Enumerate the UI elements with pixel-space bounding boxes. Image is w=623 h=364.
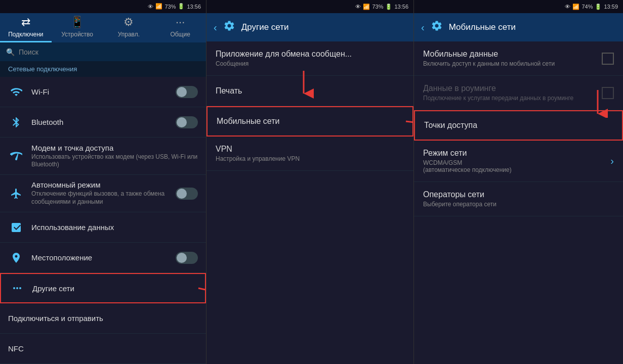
settings-item-location[interactable]: Местоположение	[0, 243, 206, 273]
back-icon-3[interactable]: ‹	[421, 22, 425, 33]
location-text: Местоположение	[31, 253, 169, 262]
battery-level-2: 73%	[372, 4, 383, 10]
settings-item-airplane[interactable]: Автономный режим Отключение функций вызо…	[0, 175, 206, 212]
operators-subtitle: Выберите оператора сети	[423, 201, 614, 208]
bluetooth-toggle[interactable]	[176, 116, 198, 128]
time-3: 13:59	[604, 4, 618, 10]
settings-item-bluetooth[interactable]: Bluetooth	[0, 107, 206, 138]
battery-icon-3: 🔋	[595, 4, 602, 10]
status-icons-3: 👁 📶 74% 🔋 13:59	[565, 4, 618, 10]
signal-icon: 📶	[155, 3, 162, 10]
access-points-title: Точки доступа	[424, 121, 613, 130]
list-item-vpn[interactable]: VPN Настройка и управление VPN	[206, 136, 413, 171]
messaging-subtitle: Сообщения	[216, 60, 404, 67]
other-networks-title: Другие сети	[32, 284, 197, 293]
manage-icon: ⚙	[123, 16, 134, 29]
screen-icon-3: 👁	[565, 4, 570, 10]
list-item-messaging[interactable]: Приложение для обмена сообщен... Сообщен…	[206, 41, 413, 76]
wifi-icon	[8, 84, 24, 100]
operators-title: Операторы сети	[423, 190, 614, 199]
section-header-text: Сетевые подключения	[8, 65, 77, 73]
battery-level-1: 73%	[164, 4, 176, 10]
wifi-text: Wi-Fi	[31, 87, 169, 96]
location-title: Местоположение	[31, 253, 169, 262]
data-usage-title: Использование данных	[31, 223, 198, 232]
tab-general[interactable]: ··· Общие	[154, 13, 206, 42]
tab-manage-label: Управл.	[118, 31, 140, 38]
vpn-text: VPN Настройка и управление VPN	[216, 145, 404, 162]
panel-mobile-networks: 👁 📶 74% 🔋 13:59 ‹ Мобильные сети Мобильн…	[414, 0, 623, 364]
mobile-data-text: Мобильные данные Включить доступ к данны…	[423, 50, 602, 67]
section-header-network: Сетевые подключения	[0, 61, 206, 77]
wifi-toggle[interactable]	[176, 86, 198, 98]
roaming-subtitle: Подключение к услугам передачи данных в …	[423, 95, 602, 102]
settings-item-connect-send[interactable]: Подключиться и отправить	[0, 303, 206, 334]
signal-icon-3: 📶	[572, 4, 579, 10]
print-text: Печать	[216, 86, 404, 96]
airplane-title: Автономный режим	[31, 180, 169, 189]
list-item-operators[interactable]: Операторы сети Выберите оператора сети	[414, 182, 623, 216]
list-item-roaming[interactable]: Данные в роуминге Подключение к услугам …	[414, 76, 623, 110]
settings-item-other-networks[interactable]: Другие сети	[0, 273, 206, 303]
connect-send-title: Подключиться и отправить	[8, 314, 198, 323]
svg-point-1	[16, 287, 18, 289]
screen-icon: 👁	[148, 4, 153, 10]
svg-point-2	[19, 287, 21, 289]
general-icon: ···	[176, 16, 185, 29]
vpn-title: VPN	[216, 145, 404, 154]
tab-device[interactable]: 📱 Устройство	[52, 13, 103, 42]
wifi-toggle-knob	[177, 87, 187, 97]
other-networks-icon	[9, 280, 25, 296]
tab-connections[interactable]: ⇄ Подключени	[0, 13, 52, 42]
status-icons-2: 👁 📶 73% 🔋 13:56	[355, 4, 408, 10]
modem-subtitle: Использовать устройство как модем (через…	[31, 153, 198, 169]
other-networks-text: Другие сети	[32, 284, 197, 293]
list-item-mobile-data[interactable]: Мобильные данные Включить доступ к данны…	[414, 41, 623, 76]
mobile-data-subtitle: Включить доступ к данным по мобильной се…	[423, 60, 602, 67]
search-icon: 🔍	[6, 48, 15, 56]
status-bar-2: 👁 📶 73% 🔋 13:56	[206, 0, 413, 13]
search-bar[interactable]: 🔍 Поиск	[0, 42, 206, 61]
battery-icon-2: 🔋	[385, 4, 392, 10]
list-item-access-points[interactable]: Точки доступа	[414, 110, 623, 141]
location-toggle-knob	[177, 253, 187, 263]
tab-general-label: Общие	[170, 31, 190, 38]
panel-connections: 👁 📶 73% 🔋 13:56 ⇄ Подключени 📱 Устройств…	[0, 0, 206, 364]
messaging-title: Приложение для обмена сообщен...	[216, 50, 404, 59]
settings-item-modem[interactable]: Модем и точка доступа Использовать устро…	[0, 138, 206, 175]
battery-level-3: 74%	[582, 4, 593, 10]
mobile-networks-title: Мобильные сети	[217, 117, 403, 126]
mobile-data-checkbox[interactable]	[602, 53, 614, 65]
tab-manage[interactable]: ⚙ Управл.	[103, 13, 155, 42]
roaming-text: Данные в роуминге Подключение к услугам …	[423, 84, 602, 102]
connections-icon: ⇄	[21, 16, 30, 29]
bluetooth-title: Bluetooth	[31, 118, 169, 126]
airplane-subtitle: Отключение функций вызовов, а также обме…	[31, 190, 169, 206]
back-icon-2[interactable]: ‹	[214, 22, 217, 33]
signal-icon-2: 📶	[363, 4, 370, 10]
messaging-text: Приложение для обмена сообщен... Сообщен…	[216, 50, 404, 67]
bluetooth-icon	[8, 114, 24, 130]
toolbar-2-title: Другие сети	[241, 22, 289, 32]
airplane-toggle-knob	[177, 189, 187, 199]
airplane-toggle[interactable]	[176, 188, 198, 200]
nfc-text: NFC	[8, 344, 198, 353]
settings-item-nfc[interactable]: NFC	[0, 334, 206, 364]
status-bar-1: 👁 📶 73% 🔋 13:56	[0, 0, 206, 13]
list-item-print[interactable]: Печать	[206, 76, 413, 106]
gear-icon-3	[431, 20, 443, 35]
settings-item-data-usage[interactable]: Использование данных	[0, 212, 206, 243]
print-title: Печать	[216, 86, 404, 96]
airplane-text: Автономный режим Отключение функций вызо…	[31, 180, 169, 206]
battery-icon-1: 🔋	[178, 3, 185, 10]
roaming-checkbox[interactable]	[602, 87, 614, 99]
location-toggle[interactable]	[176, 252, 198, 264]
network-mode-title: Режим сети	[423, 149, 610, 158]
bluetooth-text: Bluetooth	[31, 118, 169, 126]
list-item-mobile-networks[interactable]: Мобильные сети	[206, 106, 413, 136]
connect-send-text: Подключиться и отправить	[8, 314, 198, 323]
settings-item-wifi[interactable]: Wi-Fi	[0, 77, 206, 107]
list-item-network-mode[interactable]: Режим сети WCDMA/GSM(автоматическое подк…	[414, 141, 623, 182]
panel-other-networks: 👁 📶 73% 🔋 13:56 ‹ Другие сети Приложение…	[206, 0, 414, 364]
access-points-text: Точки доступа	[424, 121, 613, 130]
